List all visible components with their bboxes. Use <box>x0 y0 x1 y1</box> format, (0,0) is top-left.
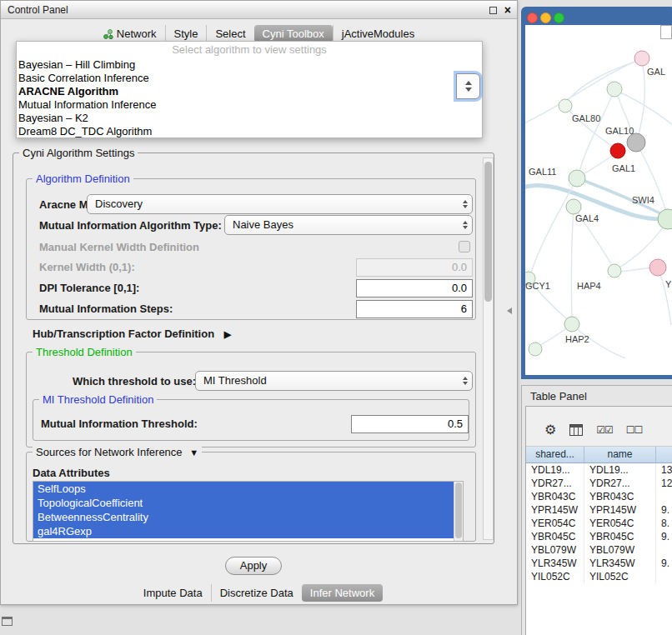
dpi-tolerance-label: DPI Tolerance [0,1]: <box>39 282 139 294</box>
table-row[interactable]: YPR145WYPR145W9. <box>526 503 672 517</box>
network-node[interactable] <box>564 317 579 332</box>
table-row[interactable]: YBL079WYBL079W <box>526 543 672 557</box>
attribute-item[interactable]: TopologicalCoefficient <box>33 496 463 510</box>
network-view-window[interactable]: GALGAL80GAL10GAL11GAL1SWI4GAL4GCY1HAP4YH… <box>521 7 672 379</box>
table-row[interactable]: YBR043CYBR043C <box>526 490 672 503</box>
network-edge[interactable] <box>571 208 574 322</box>
attributes-list-scrollbar[interactable] <box>454 482 463 541</box>
node-label: Y <box>665 279 672 289</box>
tab-network[interactable]: Network <box>95 25 165 42</box>
table-row[interactable]: YIL052CYIL052C <box>526 570 672 583</box>
table-cell <box>656 570 672 583</box>
network-node[interactable] <box>529 342 542 356</box>
mi-steps-field[interactable]: 6 <box>356 300 473 318</box>
network-edge[interactable] <box>530 180 576 275</box>
network-node[interactable] <box>559 99 572 112</box>
algorithm-combobox-stepper[interactable] <box>456 73 480 99</box>
network-node[interactable] <box>610 143 625 158</box>
settings-scrollbar[interactable] <box>483 158 494 540</box>
algorithm-option[interactable]: Mutual Information Inference <box>17 98 482 112</box>
column-browser-icon[interactable] <box>569 424 583 436</box>
hub-section-toggle[interactable]: Hub/Transcription Factor Definition ▶ <box>33 328 231 340</box>
bottom-tab-impute-data[interactable]: Impute Data <box>135 584 211 602</box>
table-cell <box>656 543 672 557</box>
mi-type-select[interactable]: Naive Bayes <box>224 215 473 235</box>
network-node[interactable] <box>634 51 649 66</box>
network-edge[interactable] <box>659 270 671 325</box>
gear-icon[interactable]: ⚙ <box>544 423 556 437</box>
table-row[interactable]: YER054CYER054C8. <box>526 517 672 530</box>
which-threshold-select[interactable]: MI Threshold <box>195 371 473 391</box>
network-node[interactable] <box>566 199 581 214</box>
table-row[interactable]: YBR045CYBR045C9. <box>526 530 672 543</box>
attributes-scroll-thumb[interactable] <box>455 482 462 538</box>
dpi-tolerance-field[interactable]: 0.0 <box>356 279 473 298</box>
column-header[interactable] <box>656 447 672 462</box>
attribute-item[interactable]: SelfLoops <box>33 482 463 496</box>
attribute-item[interactable]: gal4RGexp <box>33 524 463 538</box>
table-cell: YDR27... <box>584 477 656 490</box>
data-attributes-list[interactable]: SelfLoopsTopologicalCoefficientBetweenne… <box>33 481 464 542</box>
deselect-all-icon[interactable]: ☐☐ <box>626 424 643 436</box>
algorithm-option[interactable]: ARACNE Algorithm <box>17 85 482 98</box>
sources-group-title: Sources for Network Inference <box>36 446 183 458</box>
float-window-icon[interactable] <box>489 7 497 14</box>
desktop: Control Panel × NetworkStyleSelectCyni T… <box>0 0 672 635</box>
node-label: GAL1 <box>612 163 635 173</box>
network-node[interactable] <box>608 264 621 278</box>
table-row[interactable]: YDL19...YDL19...13 <box>526 463 672 477</box>
algorithm-option[interactable]: Bayesian – K2 <box>17 112 482 125</box>
minimized-panel-icon[interactable] <box>2 617 13 626</box>
tab-jactivemodules[interactable]: jActiveModules <box>333 25 423 42</box>
network-node[interactable] <box>607 82 622 97</box>
table-cell: YBL079W <box>584 543 656 557</box>
network-scrollbar-button[interactable] <box>660 25 672 39</box>
tab-select[interactable]: Select <box>206 25 253 42</box>
algorithm-definition-title: Algorithm Definition <box>33 172 133 185</box>
algorithm-option[interactable]: Basic Correlation Inference <box>17 72 482 85</box>
node-label: GAL10 <box>605 126 634 136</box>
expanded-arrow-icon: ▼ <box>189 448 198 458</box>
tab-cyni-toolbox[interactable]: Cyni Toolbox <box>254 25 333 42</box>
node-label: HAP4 <box>577 281 601 291</box>
algorithm-option[interactable]: Bayesian – Hill Climbing <box>17 58 482 72</box>
bottom-tab-infer-network[interactable]: Infer Network <box>302 584 383 602</box>
column-header[interactable]: shared... <box>526 447 584 462</box>
mi-threshold-field[interactable]: 0.5 <box>351 415 469 433</box>
table-cell: YIL052C <box>584 570 656 583</box>
network-edge[interactable] <box>637 60 644 142</box>
kernel-width-field[interactable]: 0.0 <box>356 258 473 277</box>
select-all-icon[interactable]: ☑☑ <box>596 424 613 436</box>
table-cell: YPR145W <box>526 503 584 517</box>
network-canvas[interactable]: GALGAL80GAL10GAL11GAL1SWI4GAL4GCY1HAP4YH… <box>525 25 672 375</box>
table-cell: YLR345W <box>526 557 584 570</box>
control-panel-titlebar[interactable]: Control Panel × <box>1 1 517 19</box>
network-node[interactable] <box>649 259 666 276</box>
zoom-traffic-light[interactable] <box>554 12 564 23</box>
minimize-traffic-light[interactable] <box>540 12 551 23</box>
apply-button[interactable]: Apply <box>225 557 282 575</box>
attribute-item[interactable]: BetweennessCentrality <box>33 510 463 524</box>
table-row[interactable]: YLR345WYLR345W9. <box>526 557 672 570</box>
column-header[interactable]: name <box>584 447 656 462</box>
close-traffic-light[interactable] <box>527 12 538 23</box>
table-cell <box>656 490 672 503</box>
network-node[interactable] <box>627 133 645 152</box>
node-label: GAL11 <box>529 167 556 177</box>
which-threshold-value: MI Threshold <box>203 374 267 387</box>
settings-scroll-thumb[interactable] <box>484 162 492 302</box>
node-label: GAL80 <box>572 113 600 123</box>
control-panel-window: Control Panel × NetworkStyleSelectCyni T… <box>0 0 518 605</box>
sources-group-toggle[interactable]: Sources for Network Inference ▼ <box>33 446 202 458</box>
table-row[interactable]: YDR27...YDR27...12 <box>526 477 672 490</box>
splitter-collapse-arrow[interactable] <box>507 308 512 314</box>
close-icon[interactable]: × <box>504 3 511 17</box>
algorithm-option[interactable]: Dream8 DC_TDC Algorithm <box>17 125 482 138</box>
aracne-mode-select[interactable]: Discovery <box>87 194 473 214</box>
bottom-tab-discretize-data[interactable]: Discretize Data <box>211 584 302 602</box>
node-label: GAL4 <box>575 213 599 223</box>
network-edge[interactable] <box>565 58 647 105</box>
network-node[interactable] <box>569 170 585 187</box>
tab-style[interactable]: Style <box>165 25 207 42</box>
manual-kernel-checkbox[interactable] <box>459 241 470 252</box>
